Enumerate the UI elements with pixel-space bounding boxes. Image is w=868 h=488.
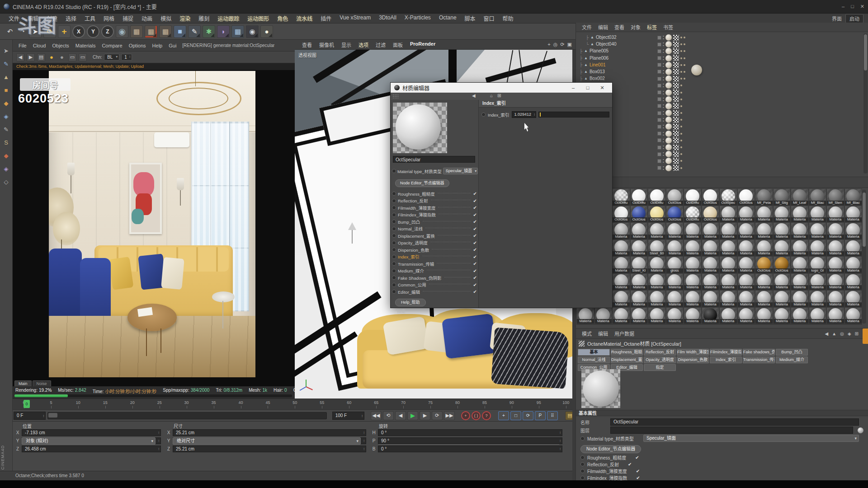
viewport-menu-item[interactable]: ProRender — [406, 41, 439, 48]
minimize-icon[interactable]: – — [842, 4, 844, 9]
new-window-icon[interactable]: ⊞ — [855, 331, 859, 336]
texture-tag-icon[interactable] — [673, 145, 679, 150]
material-thumbnail[interactable]: Mf_Blac — [809, 188, 827, 206]
object-row[interactable]: •• — [578, 144, 868, 150]
visibility-dots-icon[interactable]: •• — [663, 35, 664, 40]
attribute-tab[interactable]: Normal_法线 — [578, 357, 610, 363]
picture-viewer-menu-item[interactable]: Materials — [72, 43, 99, 48]
picture-viewer-menu-item[interactable]: Cloud — [30, 43, 49, 48]
material-thumbnail[interactable]: Materia — [755, 206, 773, 223]
material-thumbnail[interactable]: gloss — [666, 256, 684, 273]
material-thumbnail[interactable]: Materia — [612, 307, 630, 324]
material-channel-row[interactable]: Dispersion_色散 ✔ — [392, 246, 477, 253]
texture-tag-icon[interactable] — [673, 62, 679, 68]
material-tag-icon[interactable] — [665, 165, 672, 171]
material-thumbnail[interactable]: Materia — [630, 273, 648, 291]
channel-checkbox-icon[interactable]: ✔ — [473, 191, 477, 196]
layer-field[interactable] — [610, 427, 853, 434]
channel-checkbox-icon[interactable]: ✔ — [473, 247, 477, 252]
visibility-dots-icon[interactable]: •• — [663, 124, 664, 129]
viewport-menu-item[interactable]: 摄像机 — [316, 41, 338, 48]
material-thumbnail[interactable]: Mf_Blac — [844, 188, 863, 206]
picture-viewer-menu-item[interactable]: Options — [126, 43, 149, 48]
layout-selector[interactable]: 启动 — [845, 14, 863, 23]
material-thumbnail[interactable]: Materia — [737, 307, 755, 324]
texture-tag-icon[interactable] — [673, 96, 679, 102]
material-thumbnail[interactable]: Materia — [630, 307, 648, 324]
restore-icon[interactable]: □ — [851, 4, 854, 9]
attribute-tab[interactable]: Reflection_反射 — [644, 349, 676, 356]
channel-checkbox-icon[interactable]: ✔ — [473, 282, 477, 287]
material-thumbnail[interactable]: Materia — [666, 222, 684, 239]
object-row[interactable]: •• — [578, 116, 868, 123]
material-thumbnail[interactable]: OctDiffu — [630, 188, 648, 206]
material-thumbnail[interactable]: Materia — [684, 222, 702, 239]
layer-icon[interactable] — [657, 125, 661, 129]
material-thumbnail[interactable]: Materia — [791, 307, 809, 324]
visibility-dots-icon[interactable]: •• — [663, 90, 664, 95]
material-thumbnail[interactable]: Materia — [702, 273, 720, 291]
material-thumbnail[interactable]: Materia — [844, 307, 863, 324]
close-icon[interactable]: ✕ — [860, 4, 864, 9]
material-thumbnail[interactable]: Materia — [719, 206, 737, 223]
material-thumbnail[interactable]: Materia — [719, 239, 737, 257]
material-thumbnail[interactable]: Materia — [809, 273, 827, 291]
menu-item[interactable]: 网格 — [99, 14, 118, 22]
parameter-check-row[interactable]: Reflection_反射 ✔ — [576, 461, 865, 468]
material-tag-icon[interactable] — [665, 62, 672, 68]
channel-checkbox-icon[interactable]: ✔ — [473, 275, 477, 280]
material-thumbnail[interactable]: Materia — [844, 256, 863, 273]
material-thumbnail[interactable]: Materia — [594, 307, 613, 324]
object-manager-scrollbar[interactable] — [863, 33, 868, 174]
menu-item[interactable]: 工具 — [80, 14, 99, 22]
material-thumbnail[interactable]: Materia — [826, 239, 844, 257]
material-preview[interactable] — [393, 103, 447, 153]
texture-tag-icon[interactable] — [673, 124, 679, 130]
material-thumbnail[interactable]: Materia — [737, 206, 755, 223]
material-thumbnail[interactable]: Materia — [612, 256, 630, 273]
material-thumbnail[interactable]: Materia — [666, 273, 684, 291]
attribute-tab[interactable]: Opacity_透明度 — [644, 357, 676, 363]
texture-tag-icon[interactable] — [673, 151, 679, 157]
object-row[interactable]: •• — [578, 150, 868, 157]
material-thumbnail[interactable]: logo_Gl — [809, 256, 827, 273]
material-thumbnail[interactable]: Materia — [773, 290, 791, 307]
object-manager-menu-item[interactable]: 查看 — [611, 23, 627, 31]
object-row[interactable]: ├ ▲ Box002 •• — [578, 75, 868, 82]
material-tag-icon[interactable] — [665, 48, 672, 54]
material-thumbnail[interactable]: Materia — [791, 206, 809, 223]
texture-tag-icon[interactable] — [673, 55, 679, 61]
visibility-dots-icon[interactable]: •• — [663, 117, 664, 122]
material-thumbnail[interactable]: Materia — [791, 256, 809, 273]
material-thumbnail[interactable]: Materia — [826, 273, 844, 291]
material-thumbnail[interactable]: Materia — [826, 307, 844, 324]
material-thumbnail[interactable]: Materia — [755, 222, 773, 239]
material-channel-row[interactable]: Medium_媒介 ✔ — [392, 267, 477, 275]
channel-checkbox-icon[interactable]: ✔ — [473, 240, 477, 245]
attribute-tab[interactable]: Displacement_置换 — [611, 357, 643, 363]
channel-checkbox-icon[interactable]: ✔ — [473, 254, 477, 259]
material-thumbnail[interactable]: Materia — [684, 290, 702, 307]
material-thumbnail[interactable]: Materia — [719, 273, 737, 291]
texture-tag-icon[interactable] — [673, 103, 679, 109]
layer-icon[interactable] — [657, 138, 661, 142]
material-thumbnail[interactable]: Steel_60 — [648, 239, 666, 257]
visibility-dots-icon[interactable]: •• — [663, 56, 664, 61]
menu-item[interactable]: 模拟 — [156, 14, 175, 22]
material-thumbnail[interactable]: Mf_Peta — [755, 188, 773, 206]
material-thumbnail[interactable]: OctGlos — [612, 206, 630, 223]
menu-item[interactable]: 选择 — [61, 14, 80, 22]
node-editor-button[interactable]: Node Editor_节点编辑器 — [580, 445, 641, 453]
material-thumbnail[interactable]: Materia — [648, 290, 666, 307]
attribute-tab[interactable]: Bump_凹凸 — [776, 349, 808, 356]
object-row[interactable]: •• — [578, 96, 868, 103]
material-thumbnail[interactable]: Materia — [737, 273, 755, 291]
material-thumbnail[interactable]: Materia — [630, 290, 648, 307]
material-thumbnail[interactable]: Materia — [702, 239, 720, 257]
material-thumbnail[interactable]: Materia — [773, 273, 791, 291]
texture-tag-icon[interactable] — [673, 76, 679, 82]
material-thumbnail[interactable]: Materia — [826, 256, 844, 273]
material-thumbnail[interactable]: Materia — [684, 256, 702, 273]
material-channel-row[interactable]: Bump_凹凸 ✔ — [392, 218, 477, 225]
viewport-menu-item[interactable]: 面板 — [389, 41, 406, 48]
